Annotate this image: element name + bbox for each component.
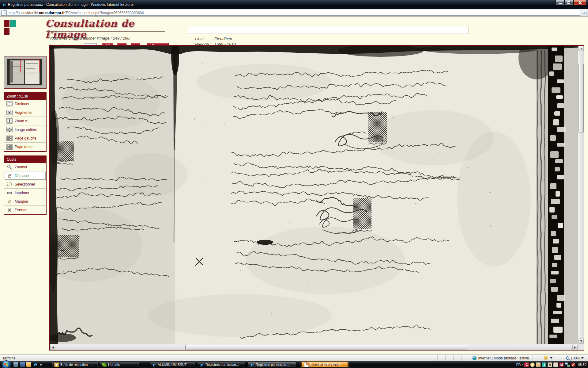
right-page-icon: [6, 144, 13, 150]
url-path: /EC/ecx/consult.aspx?image=0606535830936…: [65, 11, 144, 15]
taskbar-button-registres-2-active[interactable]: e Registres paroissiau...: [247, 362, 296, 368]
logo-square-teal: [10, 20, 16, 27]
thumb-grip-h: [325, 346, 325, 349]
status-separator: [453, 355, 461, 361]
minimize-button[interactable]: [556, 0, 564, 5]
left-arrow-icon: [52, 346, 54, 349]
protected-mode-icon: [544, 356, 548, 360]
url-prefix: http://sallevirtuelle.: [9, 11, 39, 15]
outlook-icon: [54, 362, 59, 367]
mail-icon[interactable]: [26, 362, 31, 367]
selection-rect-icon: [6, 182, 13, 187]
tool-zoomer[interactable]: Zoomer: [4, 163, 46, 171]
left-page-item[interactable]: Page gauche: [4, 134, 46, 143]
status-bar: Terminé Internet | Mode protégé : activé…: [0, 355, 588, 361]
tray-icon-folder[interactable]: [536, 362, 541, 367]
address-input[interactable]: http://sallevirtuelle.cotesdarmor.fr/EC/…: [1, 10, 580, 16]
vertical-scroll-thumb[interactable]: [579, 64, 584, 132]
horizontal-scroll-thumb[interactable]: [185, 345, 467, 350]
tray-expand-chevron[interactable]: ‹: [522, 362, 523, 367]
thumbnail-image[interactable]: [6, 58, 44, 86]
magnifier-icon: [6, 164, 13, 170]
zoom-out-item[interactable]: Diminuer: [4, 100, 46, 108]
tray-icon-a[interactable]: A: [548, 362, 552, 367]
tools-panel: Outils Zoomer Déplacer Sélectionner Impr…: [4, 155, 47, 215]
taskbar-button-heredis[interactable]: Heredis: [100, 362, 139, 368]
ie-icon: e: [152, 362, 156, 367]
tool-deplacer[interactable]: Déplacer: [4, 171, 46, 180]
close-icon: [578, 1, 582, 4]
dropdown-arrow-icon[interactable]: [550, 357, 552, 359]
network-icon[interactable]: [565, 362, 570, 367]
taskbar-button-corel[interactable]: Corel PHOTO-PAIN...: [302, 362, 348, 368]
zoom-level: 100%: [571, 356, 580, 360]
logo-square-red-1: [4, 20, 9, 27]
tray-icon-m[interactable]: M: [559, 362, 564, 367]
status-separator: [533, 355, 541, 361]
thumbnail-panel[interactable]: [4, 56, 47, 89]
url-domain: cotesdarmor.fr: [39, 11, 65, 15]
tray-icon-badge[interactable]: [553, 362, 558, 367]
tool-imprimer[interactable]: Imprimer: [4, 189, 46, 197]
tray-icon-one[interactable]: 1: [542, 362, 546, 367]
zoom-panel-title: Zoom : x1.38: [4, 93, 46, 100]
close-button[interactable]: [573, 0, 586, 5]
scroll-left-button[interactable]: [50, 345, 55, 350]
tool-fermer[interactable]: Fermer: [4, 206, 46, 214]
ie-icon: e: [199, 362, 204, 367]
status-separator: [461, 355, 469, 361]
window-switcher-icon[interactable]: [20, 362, 25, 367]
scroll-up-button[interactable]: [579, 46, 584, 51]
logo-square-red-2: [4, 28, 9, 35]
tool-selectionner[interactable]: Sélectionner: [4, 180, 46, 189]
header-white-strip: [188, 27, 469, 34]
thumb-grip: [580, 97, 582, 97]
printer-icon: [6, 190, 13, 196]
status-separator: [555, 355, 563, 361]
show-desktop-icon[interactable]: [13, 362, 18, 367]
tools-panel-title: Outils: [4, 156, 46, 163]
zoom-out-icon: [6, 101, 13, 106]
tray-icon-c[interactable]: C: [524, 362, 529, 367]
maximize-icon: [567, 1, 570, 4]
status-separator: [437, 355, 445, 361]
maximize-button[interactable]: [564, 0, 573, 5]
tray-icon-clock[interactable]: [530, 362, 535, 367]
scroll-down-button[interactable]: [579, 339, 584, 344]
window-titlebar[interactable]: e Registres paroissiaux - Consultation d…: [0, 0, 588, 9]
zoom-in-item[interactable]: Augmenter: [4, 108, 46, 117]
vertical-scrollbar[interactable]: [578, 46, 584, 344]
taskbar-clock[interactable]: 05:50: [578, 363, 586, 366]
taskbar-button-registres-1[interactable]: e Registres paroissiau...: [197, 362, 246, 368]
zoom-dropdown-arrow-icon[interactable]: [581, 357, 584, 359]
heredis-leaf-icon: [101, 362, 107, 367]
scroll-right-button[interactable]: [572, 345, 578, 350]
zoom-panel: Zoom : x1.38 Diminuer Augmenter Zoom x1 …: [4, 92, 47, 152]
lieu-value: Pleudihen: [214, 36, 232, 41]
image-viewer: [49, 45, 584, 351]
ie-quicklaunch-icon[interactable]: e: [33, 362, 38, 367]
zoom-reset-item[interactable]: Zoom x1: [4, 117, 46, 125]
compatibility-view-icon[interactable]: [582, 11, 587, 15]
taskbar-button-aluminium[interactable]: e ALUMINIUM BRUT ...: [149, 362, 195, 368]
horizontal-scrollbar[interactable]: [50, 344, 578, 350]
zone-text: Internet | Mode protégé : activé: [478, 356, 529, 360]
url-text: http://sallevirtuelle.cotesdarmor.fr/EC/…: [9, 11, 144, 15]
windows-logo-icon: [4, 362, 8, 366]
ie-icon: e: [250, 362, 254, 367]
volume-muted-icon[interactable]: [571, 362, 575, 367]
language-indicator[interactable]: FR: [516, 363, 521, 366]
minimize-icon: [559, 3, 562, 4]
right-page-item[interactable]: Page droite: [4, 143, 46, 151]
title-underline: [46, 31, 165, 32]
right-arrow-icon: [574, 346, 576, 349]
tool-marquer[interactable]: Marquer: [4, 197, 46, 206]
taskbar-button-inbox[interactable]: Boîte de réception - ...: [52, 362, 98, 368]
status-separator: [445, 355, 453, 361]
address-bar: http://sallevirtuelle.cotesdarmor.fr/EC/…: [0, 9, 588, 17]
quicklaunch-overflow-chevron[interactable]: »: [40, 362, 42, 367]
start-button[interactable]: [2, 360, 10, 368]
manuscript-image[interactable]: [50, 46, 578, 344]
full-image-item[interactable]: Image entière: [4, 125, 46, 134]
system-tray: FR ‹ C 1 A M 05:50: [516, 361, 586, 368]
